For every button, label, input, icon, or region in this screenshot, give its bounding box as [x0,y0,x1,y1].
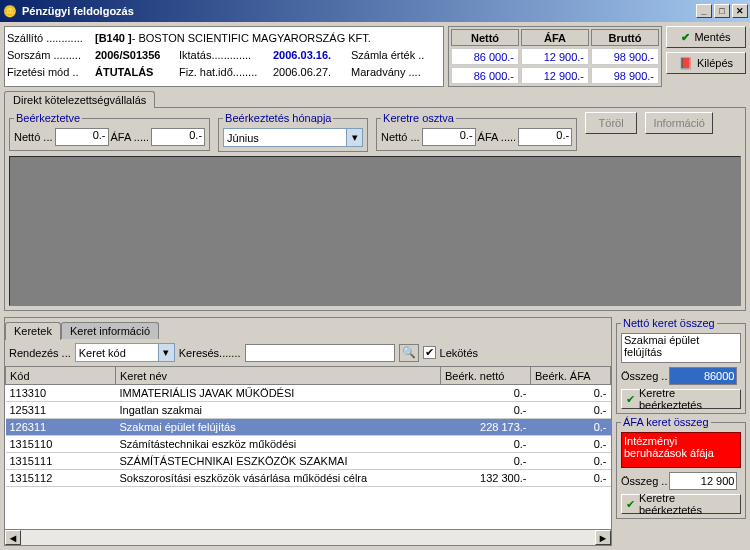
fizhat-value: 2006.06.27. [273,66,351,78]
delete-button[interactable]: Töröl [585,112,637,134]
payment-label: Fizetési mód .. [7,66,95,78]
scroll-track[interactable] [21,530,595,545]
netto-osszeg-input[interactable] [669,367,737,385]
afa-keret-name: Intézményi beruházások áfája [621,432,741,468]
exit-button[interactable]: 📕 Kilépés [666,52,746,74]
received-afa-label: ÁFA ..... [111,131,150,143]
remainder-label: Maradvány .... [351,66,421,78]
table-row[interactable]: 113310IMMATERIÁLIS JAVAK MŰKÖDÉSI0.-0.- [6,385,611,402]
col-kod[interactable]: Kód [6,367,116,385]
supplier-code: [B140 ] [95,32,132,44]
afa-osszeg-input[interactable] [669,472,737,490]
close-button[interactable]: ✕ [732,4,748,18]
search-label: Keresés....... [179,347,241,359]
col-afa[interactable]: Beérk. ÁFA [531,367,611,385]
col-netto[interactable]: Beérk. nettó [441,367,531,385]
month-value: Június [224,132,346,144]
window-title: Pénzügyi feldolgozás [22,5,696,17]
month-legend: Beérkeztetés hónapja [223,112,333,124]
check-icon: ✔ [626,393,635,406]
app-icon: 🪙 [2,3,18,19]
received-afa-value: 0.- [151,128,205,146]
table-row[interactable]: 1315110Számítástechnikai eszköz működési… [6,436,611,453]
payment-value: ÁTUTALÁS [95,66,179,78]
lekotes-label: Lekötés [440,347,479,359]
tab-keret-info[interactable]: Keret információ [61,322,159,339]
received-netto-value: 0.- [55,128,109,146]
sum-header-netto: Nettó [451,29,519,46]
lekotes-checkbox[interactable]: ✔ [423,346,436,359]
serial-label: Sorszám ......... [7,49,95,61]
iktatas-value[interactable]: 2006.03.16. [273,49,351,61]
search-input[interactable] [245,344,395,362]
scroll-left-button[interactable]: ◄ [5,530,21,545]
received-netto-label: Nettó ... [14,131,53,143]
keret-split-legend: Keretre osztva [381,112,456,124]
exit-icon: 📕 [679,57,693,70]
fizhat-label: Fiz. hat.idő........ [179,66,273,78]
keret-grid[interactable]: Kód Keret név Beérk. nettó Beérk. ÁFA 11… [5,366,611,529]
split-afa-value: 0.- [518,128,572,146]
table-row[interactable]: 1315112Sokszorosítási eszközök vásárlása… [6,470,611,487]
afa-osszeg-label: Összeg .. [621,475,667,487]
fieldset-month: Beérkeztetés hónapja Június ▾ [218,112,368,152]
iktatas-label: Iktatás............. [179,49,273,61]
sum-r2-afa: 12 900.- [521,67,589,84]
sum-r1-brutto: 98 900.- [591,48,659,65]
tab-direct-commitment[interactable]: Direkt kötelezettségvállalás [4,91,155,108]
check-icon: ✔ [626,498,635,511]
sum-header-afa: ÁFA [521,29,589,46]
search-icon: 🔍 [402,346,416,359]
sum-r2-brutto: 98 900.- [591,67,659,84]
save-button[interactable]: ✔ Mentés [666,26,746,48]
netto-osszeg-label: Összeg .. [621,370,667,382]
supplier-label: Szállító ............ [7,32,95,44]
afa-keret-button[interactable]: ✔ Keretre beérkeztetés [621,494,741,514]
summary-table: Nettó ÁFA Bruttó 86 000.- 12 900.- 98 90… [448,26,662,87]
month-combo[interactable]: Június ▾ [223,128,363,147]
sum-r1-netto: 86 000.- [451,48,519,65]
sort-label: Rendezés ... [9,347,71,359]
sort-combo[interactable]: Keret kód ▾ [75,343,175,362]
received-legend: Beérkeztetve [14,112,82,124]
chevron-down-icon[interactable]: ▾ [158,344,174,361]
minimize-button[interactable]: _ [696,4,712,18]
sum-r2-netto: 86 000.- [451,67,519,84]
col-nev[interactable]: Keret név [116,367,441,385]
gray-panel [9,156,741,306]
afa-keret-legend: ÁFA keret összeg [621,416,711,428]
fieldset-keret-split: Keretre osztva Nettó ... 0.- ÁFA ..... 0… [376,112,577,151]
maximize-button[interactable]: □ [714,4,730,18]
serial-value: 2006/S01356 [95,49,179,61]
info-button[interactable]: Információ [645,112,713,134]
horizontal-scrollbar[interactable]: ◄ ► [5,529,611,545]
split-netto-label: Nettó ... [381,131,420,143]
invoice-value-label: Számla érték .. [351,49,424,61]
sum-header-brutto: Bruttó [591,29,659,46]
split-afa-label: ÁFA ..... [478,131,517,143]
table-row[interactable]: 125311Ingatlan szakmai0.-0.- [6,402,611,419]
fieldset-netto-keret: Nettó keret összeg Szakmai épület felújí… [616,317,746,414]
netto-keret-legend: Nettó keret összeg [621,317,717,329]
scroll-right-button[interactable]: ► [595,530,611,545]
netto-keret-button[interactable]: ✔ Keretre beérkeztetés [621,389,741,409]
fieldset-received: Beérkeztetve Nettó ... 0.- ÁFA ..... 0.- [9,112,210,151]
chevron-down-icon[interactable]: ▾ [346,129,362,146]
table-row[interactable]: 1315111SZÁMÍTÁSTECHNIKAI ESZKÖZÖK SZAKMA… [6,453,611,470]
split-netto-value: 0.- [422,128,476,146]
tab-keretek[interactable]: Keretek [5,322,61,340]
table-row[interactable]: 126311Szakmai épület felújítás228 173.-0… [6,419,611,436]
supplier-name: - BOSTON SCIENTIFIC MAGYARORSZÁG KFT. [132,32,371,44]
netto-keret-name: Szakmai épület felújítás [621,333,741,363]
sum-r1-afa: 12 900.- [521,48,589,65]
search-button[interactable]: 🔍 [399,344,419,362]
fieldset-afa-keret: ÁFA keret összeg Intézményi beruházások … [616,416,746,519]
check-icon: ✔ [681,31,690,44]
